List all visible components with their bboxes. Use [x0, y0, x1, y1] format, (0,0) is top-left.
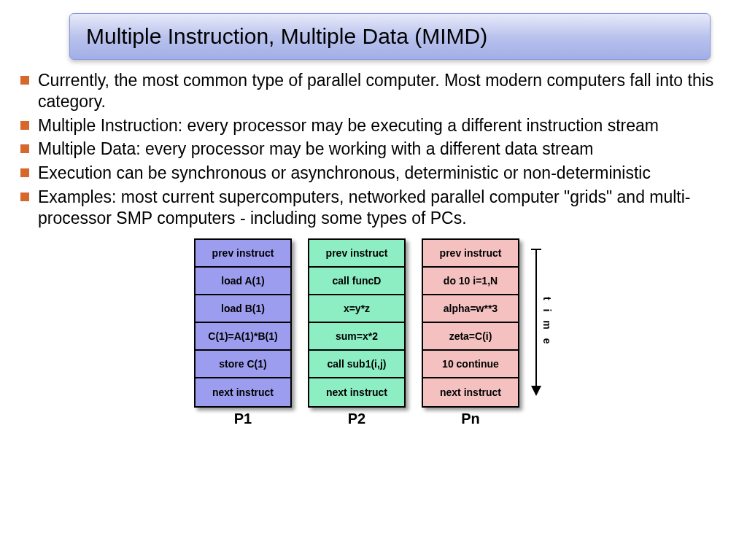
instruction-cell: next instruct [423, 378, 518, 406]
processor-p2: prev instruct call funcD x=y*z sum=x*2 c… [308, 238, 406, 427]
instruction-cell: store C(1) [196, 351, 290, 378]
instruction-cell: prev instruct [423, 240, 518, 268]
instruction-cell: 10 continue [423, 351, 518, 378]
instruction-cell: next instruct [196, 378, 290, 406]
bullet-text: Multiple Data: every processor may be wo… [38, 139, 727, 160]
bullet-item: Execution can be synchronous or asynchro… [20, 163, 727, 184]
instruction-cell: zeta=C(i) [423, 323, 518, 351]
bullet-item: Multiple Instruction: every processor ma… [20, 115, 727, 136]
time-label: t i m e [541, 297, 553, 346]
processor-pn: prev instruct do 10 i=1,N alpha=w**3 zet… [422, 238, 519, 427]
instruction-cell: alpha=w**3 [423, 295, 518, 323]
bullet-item: Multiple Data: every processor may be wo… [20, 139, 727, 160]
instruction-cell: C(1)=A(1)*B(1) [196, 323, 290, 351]
instruction-cell: call funcD [309, 268, 404, 295]
bullet-list: Currently, the most common type of paral… [20, 70, 727, 228]
bullet-icon [20, 144, 29, 153]
arrow-head-icon [531, 386, 541, 396]
instruction-cell: prev instruct [196, 240, 290, 268]
bullet-item: Examples: most current supercomputers, n… [20, 187, 727, 229]
processor-p1: prev instruct load A(1) load B(1) C(1)=A… [194, 238, 292, 427]
instruction-cell: load B(1) [196, 295, 290, 323]
bullet-icon [20, 168, 29, 177]
instruction-stack: prev instruct call funcD x=y*z sum=x*2 c… [308, 238, 406, 408]
instruction-cell: load A(1) [196, 268, 290, 295]
instruction-cell: sum=x*2 [309, 323, 404, 351]
bullet-icon [20, 76, 29, 85]
instruction-cell: prev instruct [309, 240, 404, 268]
bullet-text: Currently, the most common type of paral… [38, 70, 727, 112]
bullet-item: Currently, the most common type of paral… [20, 70, 727, 112]
bullet-icon [20, 121, 29, 130]
bullet-icon [20, 192, 29, 201]
instruction-cell: do 10 i=1,N [423, 268, 518, 295]
instruction-cell: x=y*z [309, 295, 404, 323]
instruction-stack: prev instruct load A(1) load B(1) C(1)=A… [194, 238, 292, 408]
arrow-line-icon [535, 249, 537, 394]
bullet-text: Execution can be synchronous or asynchro… [38, 163, 727, 184]
processor-label: P2 [348, 411, 365, 427]
instruction-cell: call sub1(i,j) [309, 351, 404, 378]
instruction-cell: next instruct [309, 378, 404, 406]
bullet-text: Multiple Instruction: every processor ma… [38, 115, 727, 136]
bullet-text: Examples: most current supercomputers, n… [38, 187, 727, 229]
processor-label: Pn [461, 411, 480, 427]
instruction-stack: prev instruct do 10 i=1,N alpha=w**3 zet… [422, 238, 519, 408]
time-axis: t i m e [535, 238, 553, 405]
slide-title: Multiple Instruction, Multiple Data (MIM… [69, 13, 711, 60]
mimd-diagram: prev instruct load A(1) load B(1) C(1)=A… [0, 238, 747, 427]
processor-label: P1 [234, 411, 252, 427]
